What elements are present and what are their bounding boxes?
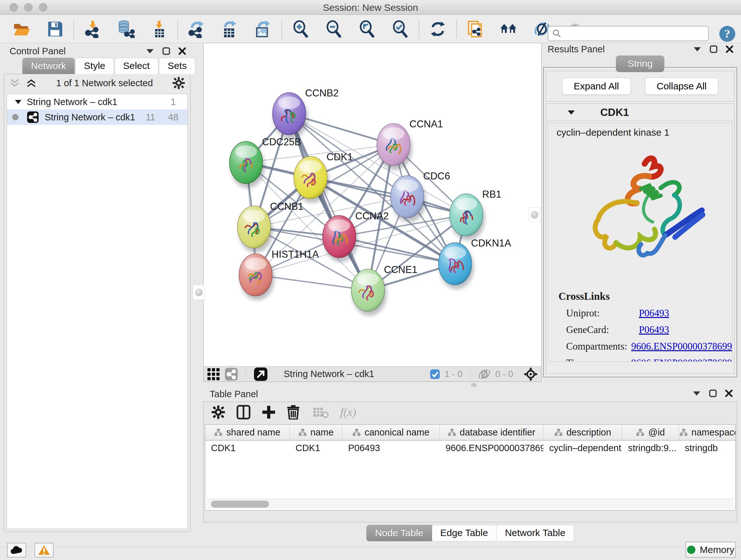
- expand-all-networks-icon[interactable]: [26, 78, 37, 88]
- column-header-name[interactable]: name: [290, 425, 342, 440]
- column-type-icon: [448, 428, 456, 436]
- float-panel-icon[interactable]: [162, 47, 170, 55]
- column-header-description[interactable]: description: [543, 425, 622, 440]
- tab-style[interactable]: Style: [75, 58, 114, 74]
- apply-layout-icon[interactable]: [429, 20, 447, 38]
- memory-button[interactable]: Memory: [685, 542, 736, 558]
- close-panel-icon[interactable]: [179, 47, 186, 55]
- node-CDC25B[interactable]: CDC25B: [229, 136, 301, 188]
- panel-menu-icon[interactable]: [692, 390, 701, 396]
- node-CCNA1[interactable]: CCNA1: [377, 118, 443, 170]
- table-cell[interactable]: cyclin–dependent ...: [543, 441, 622, 455]
- tab-edge-table[interactable]: Edge Table: [432, 525, 497, 542]
- table-cell[interactable]: P06493: [342, 441, 440, 455]
- export-network-icon[interactable]: [188, 20, 205, 38]
- zoom-in-icon[interactable]: [292, 20, 310, 38]
- table-options-gear-icon[interactable]: [211, 405, 225, 419]
- node-CDK1[interactable]: CDK1: [294, 151, 353, 203]
- right-splitter-handle[interactable]: [529, 207, 541, 222]
- node-CCNA2[interactable]: CCNA2: [323, 210, 389, 262]
- string-home-icon[interactable]: [500, 20, 518, 38]
- node-CCNE1[interactable]: CCNE1: [351, 264, 417, 316]
- zoom-out-icon[interactable]: [325, 20, 343, 38]
- node-RB1[interactable]: RB1: [450, 189, 501, 240]
- column-header-namespace[interactable]: namespace: [679, 425, 736, 440]
- import-network-from-database-icon[interactable]: [117, 20, 135, 38]
- node-CCNB1[interactable]: CCNB1: [238, 201, 304, 253]
- open-in-browser-icon[interactable]: [254, 367, 268, 381]
- network-canvas[interactable]: CCNB2CCNA1CDC25BCDK1CDC6RB1CCNB1CCNA2HIS…: [204, 43, 541, 366]
- import-table-icon[interactable]: [150, 20, 168, 38]
- column-header-label: database identifier: [460, 427, 536, 438]
- warnings-button[interactable]: [35, 543, 54, 557]
- node-CCNB2[interactable]: CCNB2: [273, 87, 339, 139]
- network-options-gear-icon[interactable]: [172, 77, 185, 89]
- tab-sets[interactable]: Sets: [159, 58, 195, 74]
- table-tabs: Node TableEdge TableNetwork Table: [203, 525, 737, 542]
- bottom-splitter-handle[interactable]: [471, 383, 477, 387]
- column-header-id[interactable]: @id: [622, 425, 679, 440]
- collapse-all-networks-icon[interactable]: [9, 78, 20, 88]
- open-session-icon[interactable]: [13, 20, 30, 38]
- collection-label: String Network – cdk1: [27, 97, 118, 107]
- tab-network-table[interactable]: Network Table: [496, 525, 574, 542]
- crosslink-link[interactable]: 9606.ENSP00000378699: [631, 357, 732, 362]
- crosslink-link[interactable]: 9606.ENSP00000378699: [631, 341, 732, 352]
- node-CDC6[interactable]: CDC6: [391, 171, 450, 222]
- zoom-selected-icon[interactable]: [391, 20, 409, 38]
- table-cell[interactable]: stringdb: [679, 441, 736, 455]
- horizontal-scrollbar-thumb[interactable]: [211, 501, 269, 508]
- search-input[interactable]: [564, 28, 708, 39]
- collapse-all-button[interactable]: Collapse All: [645, 78, 719, 95]
- tab-network[interactable]: Network: [22, 58, 75, 74]
- string-view-icon[interactable]: [225, 368, 238, 381]
- export-image-icon[interactable]: [254, 20, 272, 38]
- collection-expander-icon[interactable]: [15, 99, 22, 105]
- column-header-database-identifier[interactable]: database identifier: [440, 425, 543, 440]
- close-panel-icon[interactable]: [726, 45, 733, 53]
- panel-menu-icon[interactable]: [693, 46, 701, 52]
- string-protein-query-icon[interactable]: [467, 20, 484, 38]
- gene-name: CDK1: [600, 106, 629, 118]
- table-header-row: shared namenamecanonical namedatabase id…: [205, 425, 735, 441]
- table-cell[interactable]: CDK1: [290, 441, 342, 455]
- memory-label: Memory: [700, 544, 734, 555]
- column-header-canonical-name[interactable]: canonical name: [342, 425, 440, 440]
- gene-section-header[interactable]: CDK1: [546, 104, 734, 121]
- network-view-title: String Network – cdk1: [284, 369, 425, 379]
- panel-menu-icon[interactable]: [146, 48, 154, 54]
- crosslink-link[interactable]: P06493: [639, 307, 669, 319]
- column-header-shared-name[interactable]: shared name: [205, 425, 290, 440]
- network-collection-row[interactable]: String Network – cdk1 1: [7, 94, 187, 110]
- network-row[interactable]: String Network – cdk1 11 48: [7, 110, 187, 125]
- section-expander-icon[interactable]: [567, 110, 576, 115]
- export-table-icon[interactable]: [221, 20, 239, 38]
- zoom-fit-icon[interactable]: [358, 20, 376, 38]
- tab-select[interactable]: Select: [115, 58, 158, 74]
- crosslink-label: Uniprot:: [566, 307, 639, 319]
- show-columns-icon[interactable]: [236, 405, 251, 420]
- table-cell[interactable]: stringdb:9...: [622, 441, 679, 455]
- crosslink-link[interactable]: P06493: [639, 324, 669, 335]
- float-panel-icon[interactable]: [710, 45, 718, 53]
- save-session-icon[interactable]: [46, 20, 64, 38]
- float-panel-icon[interactable]: [709, 389, 717, 397]
- tab-node-table[interactable]: Node Table: [366, 525, 432, 542]
- node-CDKN1A[interactable]: CDKN1A: [439, 238, 511, 289]
- close-panel-icon[interactable]: [725, 389, 733, 397]
- birds-eye-view-icon[interactable]: [207, 368, 220, 381]
- left-splitter-handle[interactable]: [193, 285, 205, 300]
- node-label-CDKN1A: CDKN1A: [471, 238, 511, 249]
- table-cell[interactable]: CDK1: [205, 441, 290, 455]
- cloud-status-button[interactable]: [7, 543, 26, 557]
- import-network-icon[interactable]: [84, 20, 102, 38]
- expand-all-button[interactable]: Expand All: [562, 78, 631, 95]
- table-cell[interactable]: 9606.ENSP00000378699: [440, 441, 543, 455]
- fit-selected-crosshair-icon[interactable]: [523, 367, 538, 381]
- delete-column-trash-icon[interactable]: [286, 405, 300, 420]
- create-column-plus-icon[interactable]: [262, 405, 276, 419]
- tab-string[interactable]: String: [616, 56, 664, 72]
- selected-checkbox-icon[interactable]: [430, 369, 440, 379]
- help-icon[interactable]: ?: [719, 25, 736, 43]
- node-HIST1H1A[interactable]: HIST1H1A: [239, 249, 319, 300]
